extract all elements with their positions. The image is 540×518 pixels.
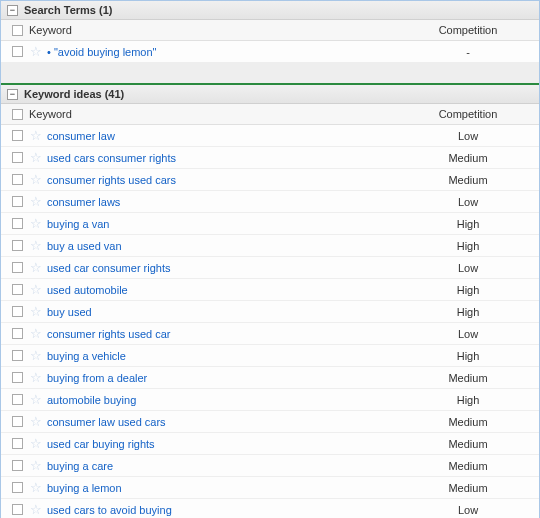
row-checkbox[interactable] (12, 152, 23, 163)
table-row: ☆used automobileHigh (1, 279, 539, 301)
keyword-link[interactable]: automobile buying (47, 394, 136, 406)
competition-value: High (403, 394, 533, 406)
keyword-link[interactable]: consumer rights used car (47, 328, 171, 340)
star-icon[interactable]: ☆ (30, 459, 42, 472)
row-checkbox[interactable] (12, 438, 23, 449)
table-row: ☆buying a vehicleHigh (1, 345, 539, 367)
competition-value: High (403, 284, 533, 296)
star-icon[interactable]: ☆ (30, 129, 42, 142)
star-icon[interactable]: ☆ (30, 415, 42, 428)
keyword-link[interactable]: buying a vehicle (47, 350, 126, 362)
table-row: ☆buying from a dealerMedium (1, 367, 539, 389)
keyword-link[interactable]: buy used (47, 306, 92, 318)
keyword-link[interactable]: consumer law (47, 130, 115, 142)
table-row: ☆used cars to avoid buyingLow (1, 499, 539, 518)
column-header-row: Keyword Competition (1, 20, 539, 41)
keyword-link[interactable]: used car buying rights (47, 438, 155, 450)
keyword-link[interactable]: used automobile (47, 284, 128, 296)
keyword-link[interactable]: consumer law used cars (47, 416, 166, 428)
table-row: ☆used cars consumer rightsMedium (1, 147, 539, 169)
table-row: ☆used car consumer rightsLow (1, 257, 539, 279)
row-checkbox[interactable] (12, 196, 23, 207)
row-checkbox[interactable] (12, 460, 23, 471)
table-row: ☆consumer lawLow (1, 125, 539, 147)
table-row: ☆automobile buyingHigh (1, 389, 539, 411)
competition-value: High (403, 350, 533, 362)
keyword-link[interactable]: consumer rights used cars (47, 174, 176, 186)
table-row: ☆buy a used vanHigh (1, 235, 539, 257)
star-icon[interactable]: ☆ (30, 481, 42, 494)
collapse-icon[interactable]: − (7, 89, 18, 100)
column-competition: Competition (403, 24, 533, 36)
keyword-link[interactable]: buying a van (47, 218, 109, 230)
competition-value: High (403, 218, 533, 230)
competition-value: High (403, 306, 533, 318)
row-checkbox[interactable] (12, 504, 23, 515)
star-icon[interactable]: ☆ (30, 305, 42, 318)
star-icon[interactable]: ☆ (30, 349, 42, 362)
section-title: Search Terms (1) (24, 4, 112, 16)
collapse-icon[interactable]: − (7, 5, 18, 16)
keyword-tool-panel: − Search Terms (1) Keyword Competition ☆… (0, 0, 540, 518)
competition-value: Medium (403, 174, 533, 186)
row-checkbox[interactable] (12, 416, 23, 427)
competition-value: Medium (403, 416, 533, 428)
table-row: ☆consumer lawsLow (1, 191, 539, 213)
competition-value: Low (403, 262, 533, 274)
row-checkbox[interactable] (12, 218, 23, 229)
column-competition: Competition (403, 108, 533, 120)
table-row: ☆used car buying rightsMedium (1, 433, 539, 455)
keyword-link[interactable]: buy a used van (47, 240, 122, 252)
row-checkbox[interactable] (12, 350, 23, 361)
row-checkbox[interactable] (12, 174, 23, 185)
star-icon[interactable]: ☆ (30, 195, 42, 208)
row-checkbox[interactable] (12, 262, 23, 273)
star-icon[interactable]: ☆ (30, 393, 42, 406)
row-checkbox[interactable] (12, 284, 23, 295)
table-row: ☆consumer law used carsMedium (1, 411, 539, 433)
row-checkbox[interactable] (12, 240, 23, 251)
star-icon[interactable]: ☆ (30, 151, 42, 164)
keyword-link[interactable]: used cars to avoid buying (47, 504, 172, 516)
star-icon[interactable]: ☆ (30, 217, 42, 230)
select-all-checkbox[interactable] (12, 25, 23, 36)
keyword-link[interactable]: buying a lemon (47, 482, 122, 494)
star-icon[interactable]: ☆ (30, 503, 42, 516)
competition-value: Medium (403, 460, 533, 472)
star-icon[interactable]: ☆ (30, 371, 42, 384)
row-checkbox[interactable] (12, 328, 23, 339)
star-icon[interactable]: ☆ (30, 261, 42, 274)
keyword-link[interactable]: • "avoid buying lemon" (47, 46, 157, 58)
column-keyword: Keyword (27, 108, 403, 120)
table-row: ☆buying a lemonMedium (1, 477, 539, 499)
keyword-link[interactable]: buying a care (47, 460, 113, 472)
row-checkbox[interactable] (12, 306, 23, 317)
star-icon[interactable]: ☆ (30, 437, 42, 450)
column-header-row: Keyword Competition (1, 104, 539, 125)
section-header-search-terms: − Search Terms (1) (1, 1, 539, 20)
row-checkbox[interactable] (12, 46, 23, 57)
section-divider (1, 63, 539, 85)
table-row: ☆consumer rights used carsMedium (1, 169, 539, 191)
keyword-link[interactable]: used cars consumer rights (47, 152, 176, 164)
star-icon[interactable]: ☆ (30, 283, 42, 296)
row-checkbox[interactable] (12, 394, 23, 405)
keyword-link[interactable]: buying from a dealer (47, 372, 147, 384)
table-row: ☆buy usedHigh (1, 301, 539, 323)
star-icon[interactable]: ☆ (30, 327, 42, 340)
column-keyword: Keyword (27, 24, 403, 36)
keyword-link[interactable]: consumer laws (47, 196, 120, 208)
star-icon[interactable]: ☆ (30, 239, 42, 252)
row-checkbox[interactable] (12, 130, 23, 141)
star-icon[interactable]: ☆ (30, 173, 42, 186)
table-row: ☆ • "avoid buying lemon" - (1, 41, 539, 63)
star-icon[interactable]: ☆ (30, 45, 42, 58)
row-checkbox[interactable] (12, 372, 23, 383)
keyword-link[interactable]: used car consumer rights (47, 262, 171, 274)
competition-value: Low (403, 328, 533, 340)
competition-value: Low (403, 504, 533, 516)
select-all-checkbox[interactable] (12, 109, 23, 120)
competition-value: Medium (403, 438, 533, 450)
table-row: ☆consumer rights used carLow (1, 323, 539, 345)
row-checkbox[interactable] (12, 482, 23, 493)
